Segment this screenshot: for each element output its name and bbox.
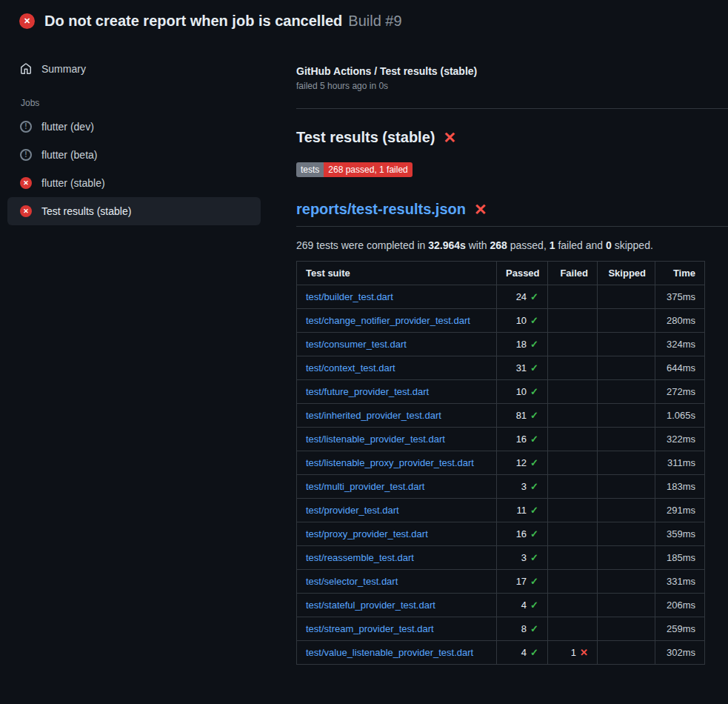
suite-cell: test/reassemble_test.dart xyxy=(297,546,497,570)
suite-cell: test/listenable_proxy_provider_test.dart xyxy=(297,451,497,475)
table-row: test/future_provider_test.dart10✓272ms xyxy=(297,380,705,404)
column-header-passed: Passed xyxy=(497,262,548,285)
passed-count: 11 xyxy=(517,505,527,516)
suite-link[interactable]: test/reassemble_test.dart xyxy=(306,552,414,563)
passed-count: 3 xyxy=(521,552,527,563)
suite-cell: test/builder_test.dart xyxy=(297,285,497,309)
summary-text: passed, xyxy=(507,239,550,251)
suite-cell: test/proxy_provider_test.dart xyxy=(297,522,497,546)
build-number: Build #9 xyxy=(348,13,401,29)
summary-text: 269 tests were completed in xyxy=(296,239,428,251)
time-value: 259ms xyxy=(667,623,695,634)
passed-cell: 16✓ xyxy=(497,522,548,546)
failed-status-icon: ✕ xyxy=(20,177,32,189)
failed-cell xyxy=(548,380,598,404)
time-value: 185ms xyxy=(667,552,695,563)
check-title-heading: Test results (stable) ✕ xyxy=(296,129,728,146)
sidebar-summary-label: Summary xyxy=(41,63,86,75)
time-cell: 259ms xyxy=(655,617,705,641)
sidebar-job-item[interactable]: ✕Test results (stable) xyxy=(7,197,261,225)
check-run-main: GitHub Actions / Test results (stable) f… xyxy=(289,39,728,665)
suite-link[interactable]: test/multi_provider_test.dart xyxy=(306,481,424,492)
time-value: 331ms xyxy=(667,576,695,587)
sidebar-job-item[interactable]: ✕flutter (stable) xyxy=(7,169,261,197)
time-value: 359ms xyxy=(667,528,695,539)
run-summary: 269 tests were completed in 32.964s with… xyxy=(296,239,728,251)
time-value: 324ms xyxy=(667,339,695,350)
skipped-cell xyxy=(598,641,655,665)
skipped-cell xyxy=(598,309,655,333)
time-cell: 1.065s xyxy=(655,404,705,428)
passed-cell: 3✓ xyxy=(497,546,548,570)
job-label: flutter (stable) xyxy=(41,177,105,189)
time-cell: 206ms xyxy=(655,594,705,617)
passed-cell: 8✓ xyxy=(497,617,548,641)
failed-cell xyxy=(548,404,598,428)
jobs-section-label: Jobs xyxy=(7,83,261,113)
suite-link[interactable]: test/inherited_provider_test.dart xyxy=(306,410,441,421)
suite-link[interactable]: test/listenable_proxy_provider_test.dart xyxy=(306,457,474,468)
suite-link[interactable]: test/provider_test.dart xyxy=(306,505,399,516)
suite-link[interactable]: test/consumer_test.dart xyxy=(306,339,407,350)
failed-cell xyxy=(548,570,598,594)
suite-cell: test/stateful_provider_test.dart xyxy=(297,594,497,617)
passed-cell: 4✓ xyxy=(497,641,548,665)
check-icon: ✓ xyxy=(530,362,538,373)
table-row: test/reassemble_test.dart3✓185ms xyxy=(297,546,705,570)
skipped-cell xyxy=(598,475,655,499)
check-icon: ✓ xyxy=(530,339,538,350)
suite-link[interactable]: test/change_notifier_provider_test.dart xyxy=(306,315,470,326)
time-value: 375ms xyxy=(667,291,695,302)
check-icon: ✓ xyxy=(530,434,538,445)
sidebar-job-item[interactable]: !flutter (dev) xyxy=(7,113,261,141)
suite-cell: test/inherited_provider_test.dart xyxy=(297,404,497,428)
time-cell: 324ms xyxy=(655,333,705,356)
suite-link[interactable]: test/proxy_provider_test.dart xyxy=(306,528,428,539)
badge-label: tests xyxy=(296,162,324,177)
failed-status-icon: ✕ xyxy=(20,205,32,217)
column-header-time: Time xyxy=(655,262,705,285)
test-results-table: Test suite Passed Failed Skipped Time te… xyxy=(296,261,705,665)
time-cell: 644ms xyxy=(655,356,705,380)
suite-link[interactable]: test/stateful_provider_test.dart xyxy=(306,600,435,611)
table-row: test/listenable_provider_test.dart16✓322… xyxy=(297,428,705,451)
suite-link[interactable]: test/value_listenable_provider_test.dart xyxy=(306,647,473,658)
suite-cell: test/provider_test.dart xyxy=(297,499,497,522)
sidebar-job-item[interactable]: !flutter (beta) xyxy=(7,141,261,169)
table-row: test/value_listenable_provider_test.dart… xyxy=(297,641,705,665)
failed-cell xyxy=(548,356,598,380)
time-value: 272ms xyxy=(667,386,695,397)
report-file-link[interactable]: reports/test-results.json xyxy=(296,201,466,218)
suite-cell: test/listenable_provider_test.dart xyxy=(297,428,497,451)
suite-link[interactable]: test/stream_provider_test.dart xyxy=(306,623,434,634)
failed-cell xyxy=(548,428,598,451)
sidebar-item-summary[interactable]: Summary xyxy=(7,55,261,83)
suite-link[interactable]: test/context_test.dart xyxy=(306,362,395,373)
column-header-test-suite: Test suite xyxy=(297,262,497,285)
time-value: 183ms xyxy=(667,481,695,492)
time-cell: 183ms xyxy=(655,475,705,499)
sidebar: Summary Jobs !flutter (dev)!flutter (bet… xyxy=(0,39,289,225)
summary-skipped-count: 0 xyxy=(606,239,612,251)
passed-cell: 24✓ xyxy=(497,285,548,309)
passed-count: 31 xyxy=(516,362,527,373)
passed-cell: 17✓ xyxy=(497,570,548,594)
table-row: test/stream_provider_test.dart8✓259ms xyxy=(297,617,705,641)
suite-link[interactable]: test/future_provider_test.dart xyxy=(306,386,429,397)
page-title: Do not create report when job is cancell… xyxy=(44,13,402,30)
skipped-cell xyxy=(598,380,655,404)
check-icon: ✓ xyxy=(530,552,538,563)
failed-cell xyxy=(548,499,598,522)
suite-link[interactable]: test/listenable_provider_test.dart xyxy=(306,434,445,445)
time-value: 206ms xyxy=(667,600,695,611)
check-icon: ✓ xyxy=(530,386,538,397)
check-icon: ✓ xyxy=(530,623,538,634)
summary-text: failed and xyxy=(555,239,607,251)
time-value: 644ms xyxy=(667,362,695,373)
passed-count: 8 xyxy=(521,623,527,634)
failed-cell xyxy=(548,594,598,617)
job-label: Test results (stable) xyxy=(41,205,131,217)
suite-link[interactable]: test/builder_test.dart xyxy=(306,291,393,302)
table-row: test/consumer_test.dart18✓324ms xyxy=(297,333,705,356)
suite-link[interactable]: test/selector_test.dart xyxy=(306,576,398,587)
